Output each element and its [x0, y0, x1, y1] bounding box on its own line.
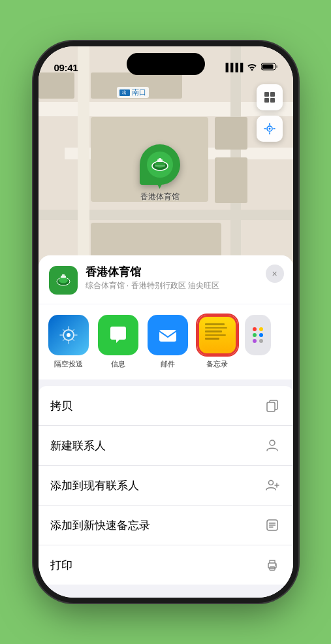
svg-point-24: [268, 481, 273, 485]
person-add-icon: [263, 476, 281, 494]
dynamic-island: [127, 53, 205, 75]
mail-icon: [148, 315, 188, 355]
svg-rect-6: [159, 158, 161, 160]
action-new-contact[interactable]: 新建联系人: [39, 426, 293, 466]
mail-label: 邮件: [161, 359, 175, 369]
action-add-memo[interactable]: 添加到新快速备忘录: [39, 506, 293, 545]
action-copy[interactable]: 拷贝: [39, 386, 293, 426]
more-icon: [245, 315, 271, 355]
messages-icon: [98, 315, 138, 355]
venue-icon: [49, 266, 78, 295]
map-label-nankou: 出 南口: [117, 87, 149, 98]
venue-header: 香港体育馆 综合体育馆 · 香港特别行政区 油尖旺区 ×: [39, 255, 293, 304]
map-layers-button[interactable]: [257, 84, 283, 110]
signal-icon: ▐▐▐▐: [223, 63, 242, 72]
stadium-pin: [140, 144, 180, 185]
wifi-icon: [247, 63, 257, 72]
action-print[interactable]: 打印: [39, 545, 293, 585]
battery-icon: [261, 63, 277, 72]
action-add-existing-label: 添加到现有联系人: [50, 478, 139, 493]
status-icons: ▐▐▐▐: [223, 63, 277, 72]
svg-rect-17: [62, 274, 65, 276]
action-add-memo-label: 添加到新快速备忘录: [50, 518, 150, 533]
svg-point-13: [268, 128, 270, 130]
svg-rect-10: [264, 98, 269, 103]
svg-rect-22: [267, 402, 275, 411]
share-item-airdrop[interactable]: 隔空投送: [46, 315, 91, 369]
print-icon: [263, 556, 281, 574]
svg-point-19: [67, 333, 71, 337]
svg-point-23: [270, 440, 275, 445]
status-time: 09:41: [54, 62, 78, 73]
stadium-map-label: 香港体育馆: [140, 191, 180, 202]
stadium-icon: [147, 152, 173, 178]
action-add-existing[interactable]: 添加到现有联系人: [39, 466, 293, 506]
notes-icon: [197, 315, 238, 355]
svg-rect-11: [270, 98, 275, 103]
svg-rect-2: [276, 65, 277, 68]
action-new-contact-label: 新建联系人: [50, 438, 106, 453]
svg-rect-9: [270, 92, 275, 97]
venue-close-button[interactable]: ×: [266, 265, 284, 283]
venue-name: 香港体育馆: [86, 266, 283, 279]
messages-label: 信息: [111, 359, 125, 369]
venue-info: 香港体育馆 综合体育馆 · 香港特别行政区 油尖旺区: [86, 266, 283, 291]
phone-frame: 09:41 ▐▐▐▐ 出 南口: [39, 46, 293, 598]
svg-rect-1: [262, 64, 273, 69]
copy-icon: [263, 396, 281, 415]
airdrop-icon: [48, 315, 89, 355]
action-copy-label: 拷贝: [50, 398, 72, 413]
memo-icon: [263, 516, 281, 534]
svg-point-15: [59, 278, 68, 283]
airdrop-label: 隔空投送: [54, 359, 83, 369]
share-item-more[interactable]: [245, 315, 271, 369]
share-item-mail[interactable]: 邮件: [146, 315, 190, 369]
svg-rect-8: [264, 92, 269, 97]
svg-rect-20: [159, 330, 176, 342]
action-list: 拷贝 新建联系人 添: [39, 386, 293, 585]
share-item-notes[interactable]: 备忘录: [195, 315, 240, 369]
notes-label: 备忘录: [206, 359, 228, 369]
svg-point-4: [155, 161, 165, 168]
map-location-button[interactable]: [257, 116, 283, 142]
share-item-messages[interactable]: 信息: [96, 315, 140, 369]
action-print-label: 打印: [50, 558, 72, 573]
share-row: 隔空投送 信息 邮件: [39, 304, 293, 379]
svg-point-33: [275, 564, 276, 566]
person-icon: [263, 436, 281, 455]
stadium-marker[interactable]: 香港体育馆: [140, 144, 180, 202]
bottom-sheet: 香港体育馆 综合体育馆 · 香港特别行政区 油尖旺区 × 隔空投送: [39, 255, 293, 598]
venue-subtitle: 综合体育馆 · 香港特别行政区 油尖旺区: [86, 281, 283, 291]
